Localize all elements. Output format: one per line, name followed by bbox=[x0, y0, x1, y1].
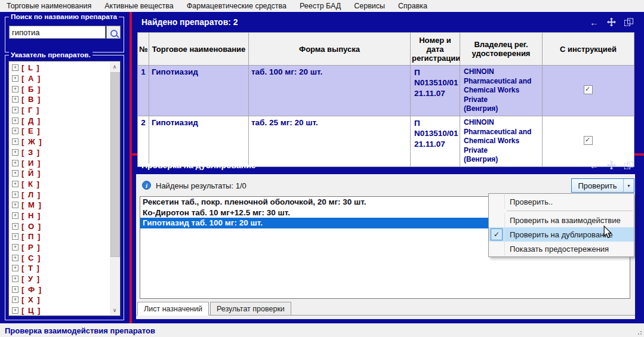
tree-item[interactable]: + [ Д ] bbox=[9, 115, 110, 126]
tree-item[interactable]: + [ К ] bbox=[9, 179, 110, 190]
expand-plus-icon[interactable]: + bbox=[12, 181, 19, 187]
context-menu-item[interactable]: Проверить.. bbox=[489, 194, 634, 209]
scroll-down-icon[interactable]: ∨ bbox=[110, 305, 119, 315]
restore-window-icon[interactable] bbox=[624, 18, 633, 26]
cell-registration: П N013510/01 21.11.07 bbox=[411, 66, 460, 116]
expand-plus-icon[interactable]: + bbox=[12, 191, 19, 198]
expand-plus-icon[interactable]: + bbox=[12, 223, 19, 230]
tree-item[interactable]: + [ Ф ] bbox=[9, 284, 110, 295]
tree-item[interactable]: + [ Х ] bbox=[9, 295, 110, 305]
instruction-checkbox[interactable]: ✓ bbox=[584, 85, 593, 94]
expand-plus-icon[interactable]: + bbox=[12, 86, 19, 92]
tree-item[interactable]: + [ З ] bbox=[9, 147, 110, 158]
tree-item[interactable]: + [ Р ] bbox=[9, 242, 110, 253]
tab-check-result[interactable]: Результат проверки bbox=[210, 302, 291, 316]
tree-item[interactable]: + [ L ] bbox=[9, 63, 110, 73]
tree-item[interactable]: + [ У ] bbox=[9, 274, 110, 285]
menu-gutter bbox=[489, 213, 505, 227]
menubar-item[interactable]: Сервисы bbox=[347, 1, 392, 11]
expand-plus-icon[interactable]: + bbox=[12, 64, 19, 71]
tab-strip: Лист назначений Результат проверки bbox=[137, 302, 292, 316]
scrollbar-thumb[interactable] bbox=[110, 72, 120, 257]
check-icon: ✓ bbox=[585, 85, 590, 93]
cell-row-number: 1 bbox=[138, 66, 149, 116]
tree-scrollbar[interactable]: ∧ ∨ bbox=[110, 62, 119, 315]
cell-with-instruction: ✓ bbox=[543, 66, 634, 116]
move-icon[interactable] bbox=[607, 160, 616, 169]
panel-controls: ← bbox=[590, 160, 633, 169]
back-arrow-icon[interactable]: ← bbox=[590, 160, 599, 169]
move-icon[interactable] bbox=[607, 18, 616, 27]
expand-plus-icon[interactable]: + bbox=[12, 286, 19, 293]
check-button-label: Проверить bbox=[572, 179, 623, 192]
tree-item[interactable]: + [ Л ] bbox=[9, 189, 110, 200]
tree-item-label: [ С ] bbox=[21, 253, 41, 262]
column-header[interactable]: С инструкцией bbox=[543, 33, 634, 66]
tree-item[interactable]: + [ Б ] bbox=[9, 84, 110, 94]
check-button[interactable]: Проверить ▼ bbox=[571, 178, 634, 193]
tree-item[interactable]: + [ М ] bbox=[9, 200, 110, 211]
context-menu-item[interactable]: Показать предостережения bbox=[489, 242, 634, 256]
expand-plus-icon[interactable]: + bbox=[12, 307, 19, 314]
tree-item[interactable]: + [ А ] bbox=[9, 73, 110, 84]
tree-item[interactable]: + [ Ц ] bbox=[9, 305, 110, 316]
tree-item[interactable]: + [ Т ] bbox=[9, 263, 110, 274]
table-row[interactable]: 1 Гипотиазид таб. 100 мг: 20 шт. П N0135… bbox=[138, 66, 634, 116]
menubar-item[interactable]: Реестр БАД bbox=[293, 1, 347, 11]
column-header[interactable]: Номер и дата регистрации bbox=[411, 33, 460, 66]
back-arrow-icon[interactable]: ← bbox=[590, 18, 599, 27]
expand-plus-icon[interactable]: + bbox=[12, 96, 19, 103]
expand-plus-icon[interactable]: + bbox=[12, 212, 19, 219]
expand-plus-icon[interactable]: + bbox=[12, 160, 19, 166]
tree-item-label: [ З ] bbox=[21, 148, 41, 157]
tree-item[interactable]: + [ П ] bbox=[9, 231, 110, 242]
expand-plus-icon[interactable]: + bbox=[12, 118, 19, 124]
panel-controls: ← bbox=[590, 18, 633, 27]
expand-plus-icon[interactable]: + bbox=[12, 170, 19, 177]
expand-plus-icon[interactable]: + bbox=[12, 149, 19, 156]
mouse-cursor bbox=[603, 225, 612, 239]
check-icon: ✓ bbox=[585, 136, 590, 144]
column-header[interactable]: № bbox=[138, 33, 149, 66]
tree-item[interactable]: + [ Н ] bbox=[9, 211, 110, 221]
expand-plus-icon[interactable]: + bbox=[12, 265, 19, 271]
expand-plus-icon[interactable]: + bbox=[12, 202, 19, 208]
column-header[interactable]: Торговое наименование bbox=[149, 33, 249, 66]
expand-plus-icon[interactable]: + bbox=[12, 128, 19, 134]
drug-index-tree: + [ L ] + [ А ] + [ Б ] + [ В ] + [ Г ] … bbox=[9, 63, 110, 316]
check-button-dropdown-arrow[interactable]: ▼ bbox=[624, 179, 634, 192]
status-text: Проверка взаимодействия препаратов bbox=[5, 326, 155, 335]
menubar-item[interactable]: Активные вещества bbox=[98, 1, 180, 11]
tree-item[interactable]: + [ С ] bbox=[9, 252, 110, 263]
expand-plus-icon[interactable]: + bbox=[12, 244, 19, 251]
menubar-item[interactable]: Торговые наименования bbox=[0, 1, 98, 11]
restore-window-icon[interactable] bbox=[624, 161, 633, 169]
scroll-up-icon[interactable]: ∧ bbox=[110, 62, 119, 72]
tree-item[interactable]: + [ Й ] bbox=[9, 168, 110, 179]
tree-item[interactable]: + [ О ] bbox=[9, 221, 110, 231]
tree-item-label: [ О ] bbox=[21, 222, 42, 231]
tree-item[interactable]: + [ И ] bbox=[9, 157, 110, 168]
info-icon: i bbox=[142, 181, 151, 190]
search-button[interactable] bbox=[106, 26, 121, 39]
tree-item[interactable]: + [ Ж ] bbox=[9, 137, 110, 147]
resize-grip[interactable] bbox=[635, 328, 642, 335]
column-header[interactable]: Форма выпуска bbox=[249, 33, 411, 66]
expand-plus-icon[interactable]: + bbox=[12, 233, 19, 240]
expand-plus-icon[interactable]: + bbox=[12, 255, 19, 261]
menubar-item[interactable]: Фармацевтические средства bbox=[180, 1, 293, 11]
search-input[interactable] bbox=[9, 26, 106, 39]
expand-plus-icon[interactable]: + bbox=[12, 75, 19, 82]
menubar-item[interactable]: Справка bbox=[392, 1, 434, 11]
tree-item[interactable]: + [ В ] bbox=[9, 94, 110, 105]
instruction-checkbox[interactable]: ✓ bbox=[584, 136, 593, 145]
tree-item[interactable]: + [ Г ] bbox=[9, 105, 110, 116]
column-header[interactable]: Владелец рег. удостоверения bbox=[460, 33, 543, 66]
tab-prescription-sheet[interactable]: Лист назначений bbox=[137, 302, 209, 316]
expand-plus-icon[interactable]: + bbox=[12, 138, 19, 145]
tree-item-label: [ Д ] bbox=[21, 116, 41, 125]
expand-plus-icon[interactable]: + bbox=[12, 296, 19, 303]
expand-plus-icon[interactable]: + bbox=[12, 107, 19, 113]
expand-plus-icon[interactable]: + bbox=[12, 276, 19, 282]
tree-item[interactable]: + [ Е ] bbox=[9, 126, 110, 137]
